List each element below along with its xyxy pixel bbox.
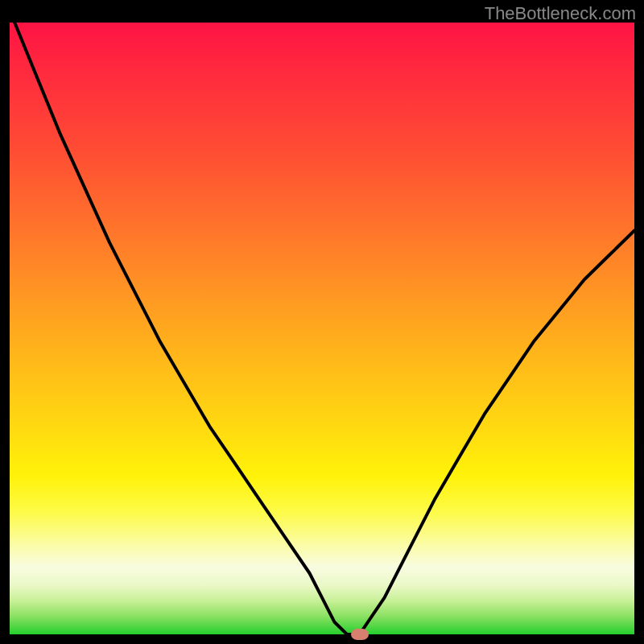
bottleneck-curve	[10, 23, 634, 634]
chart-area	[10, 23, 634, 634]
optimum-marker	[351, 629, 369, 640]
watermark-text: TheBottleneck.com	[485, 3, 636, 24]
